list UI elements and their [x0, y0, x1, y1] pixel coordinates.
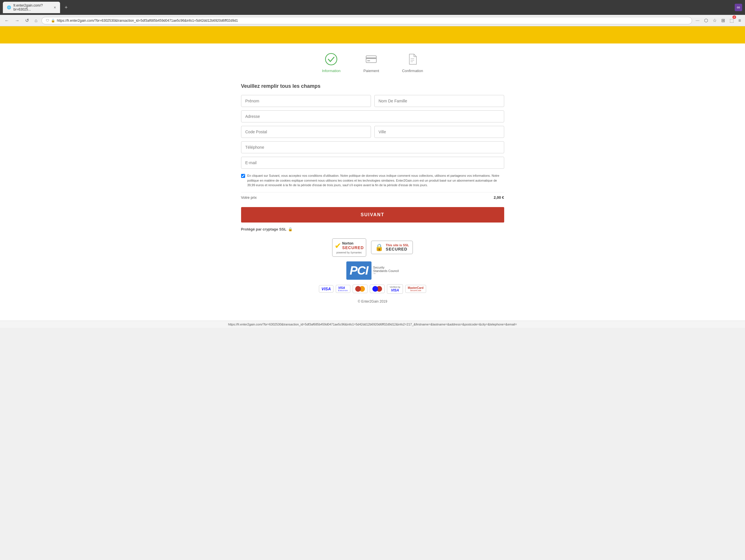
container-icon: ⬚	[730, 18, 734, 23]
ssl-secured-badge: 🔒 This site is SSL SECURED	[371, 240, 413, 254]
terms-checkbox[interactable]	[241, 174, 245, 178]
more-button[interactable]: ···	[694, 17, 701, 24]
step-information: Information	[322, 52, 341, 73]
code-postal-group	[241, 126, 371, 138]
badge: 4	[733, 15, 736, 19]
ssl-badge-lock-icon: 🔒	[375, 243, 384, 252]
browser-titlebar: 🌐 fr.enter2gain.com/?br=63025... × + ∞	[0, 0, 745, 15]
adresse-input[interactable]	[241, 110, 504, 123]
tab-title: fr.enter2gain.com/?br=63025...	[13, 3, 52, 11]
address-bar[interactable]: 🛡 🔒 https://fr.enter2gain.com/?br=630253…	[41, 17, 692, 24]
pci-desc2: Standards Council	[373, 269, 399, 272]
telephone-group	[241, 141, 504, 153]
bookmarks-icon: ⊞	[721, 18, 725, 23]
status-url: https://fr.enter2gain.com/?br=6302530&tr…	[228, 323, 517, 326]
nom-input[interactable]	[375, 95, 504, 107]
email-row	[241, 157, 504, 169]
verified-visa-icon: Verified by VISA	[387, 284, 403, 294]
lock-icon: 🔒	[51, 19, 55, 23]
pocket-button[interactable]: ⬡	[703, 17, 709, 24]
copyright-text: © Enter2Gain 2019	[358, 299, 387, 303]
url-text: https://fr.enter2gain.com/?br=6302530&tr…	[57, 19, 688, 23]
norton-secured: SECURED	[342, 245, 364, 250]
pci-badge: PCI Security Standards Council ™	[346, 261, 399, 280]
price-row: Votre prix 2,00 €	[241, 192, 504, 202]
step-information-label: Information	[322, 69, 341, 73]
nom-group	[375, 95, 504, 107]
code-postal-input[interactable]	[241, 126, 371, 138]
form-title: Veuillez remplir tous les champs	[241, 83, 504, 89]
shield-icon: 🛡	[46, 19, 49, 23]
back-button[interactable]: ←	[3, 17, 11, 24]
badges-container: ✔ Norton SECURED powered by Symantec 🔒 T…	[241, 238, 504, 294]
browser-toolbar: ← → ↺ ⌂ 🛡 🔒 https://fr.enter2gain.com/?b…	[0, 15, 745, 26]
tab-close-button[interactable]: ×	[54, 5, 56, 10]
browser-frame: 🌐 fr.enter2gain.com/?br=63025... × + ∞ ←…	[0, 0, 745, 26]
forward-button[interactable]: →	[13, 17, 21, 24]
telephone-input[interactable]	[241, 141, 504, 153]
svg-rect-1	[366, 56, 376, 63]
step-information-icon	[324, 52, 338, 66]
maestro-icon	[370, 285, 385, 293]
ssl-lock-icon: 🔒	[288, 227, 293, 231]
prenom-input[interactable]	[241, 95, 371, 107]
location-row	[241, 126, 504, 138]
tab-favicon: 🌐	[7, 5, 11, 9]
norton-ssl-row: ✔ Norton SECURED powered by Symantec 🔒 T…	[332, 238, 413, 257]
norton-powered: powered by Symantec	[336, 251, 362, 254]
ville-input[interactable]	[375, 126, 504, 138]
home-button[interactable]: ⌂	[33, 17, 39, 24]
page-wrapper: Information Paiement	[0, 26, 745, 321]
pci-desc1: Security	[373, 266, 399, 269]
refresh-button[interactable]: ↺	[24, 17, 31, 24]
footer: © Enter2Gain 2019	[241, 299, 504, 312]
terms-row: En cliquant sur Suivant, vous acceptez n…	[241, 173, 504, 188]
telephone-row	[241, 141, 504, 153]
adresse-group	[241, 110, 504, 123]
adresse-row	[241, 110, 504, 123]
yellow-banner	[0, 26, 745, 43]
norton-label: Norton	[342, 241, 364, 245]
step-confirmation-label: Confirmation	[402, 69, 423, 73]
steps-container: Information Paiement	[241, 52, 504, 73]
step-paiement-label: Paiement	[363, 69, 379, 73]
ville-group	[375, 126, 504, 138]
ssl-badge-bottom: SECURED	[386, 247, 409, 252]
toolbar-right: ··· ⬡ ☆ ⊞ ⬚ 4 ≡	[694, 17, 742, 24]
container-button[interactable]: ⬚ 4	[728, 17, 735, 24]
svg-point-0	[325, 54, 337, 65]
submit-button[interactable]: SUIVANT	[241, 207, 504, 223]
norton-checkmark-icon: ✔	[334, 241, 341, 251]
email-group	[241, 157, 504, 169]
menu-button[interactable]: ≡	[737, 17, 742, 24]
star-button[interactable]: ☆	[712, 17, 718, 24]
ssl-label: Protégé par cryptage SSL	[241, 227, 287, 231]
pci-text: PCI	[350, 264, 368, 277]
pci-tm: ™	[373, 272, 399, 275]
main-content: Information Paiement	[235, 43, 510, 321]
extensions-button[interactable]: ⊞	[720, 17, 726, 24]
prenom-group	[241, 95, 371, 107]
name-row	[241, 95, 504, 107]
visa-electron-icon: VISA Electron	[336, 285, 351, 293]
svg-rect-2	[366, 58, 376, 59]
step-paiement: Paiement	[363, 52, 379, 73]
payment-icons-row: VISA VISA Electron	[319, 284, 426, 294]
step-paiement-icon	[364, 52, 378, 66]
svg-rect-3	[367, 60, 370, 61]
step-confirmation-icon	[405, 52, 420, 66]
new-tab-button[interactable]: +	[62, 3, 70, 12]
terms-text: En cliquant sur Suivant, vous acceptez n…	[248, 173, 504, 188]
email-input[interactable]	[241, 157, 504, 169]
registration-form: En cliquant sur Suivant, vous acceptez n…	[241, 95, 504, 223]
norton-badge: ✔ Norton SECURED powered by Symantec	[332, 238, 366, 257]
visa-icon: VISA	[319, 285, 333, 293]
ssl-text: Protégé par cryptage SSL 🔒	[241, 227, 504, 231]
mastercard-icon	[353, 285, 367, 293]
infinity-icon: ∞	[735, 4, 742, 11]
step-confirmation: Confirmation	[402, 52, 423, 73]
pci-description: Security Standards Council ™	[373, 266, 399, 275]
browser-tab[interactable]: 🌐 fr.enter2gain.com/?br=63025... ×	[3, 2, 60, 13]
price-value: 2,00 €	[494, 195, 504, 200]
mc-securecode-icon: MasterCard SecureCode	[405, 285, 426, 293]
